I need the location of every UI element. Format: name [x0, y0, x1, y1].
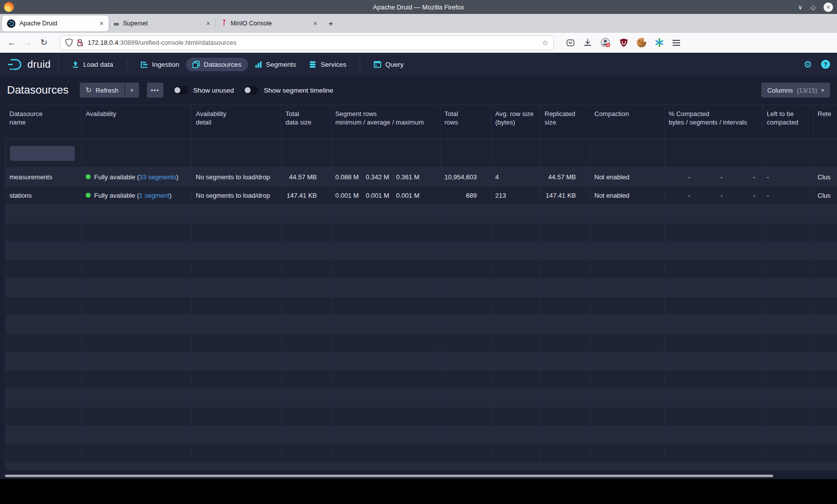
close-icon[interactable]: ×	[824, 2, 833, 12]
empty-cell	[440, 297, 491, 315]
account-container-icon[interactable]	[600, 37, 611, 48]
forward-button[interactable]: →	[20, 38, 36, 48]
menu-hamburger-icon[interactable]	[673, 40, 680, 46]
empty-cell	[440, 444, 491, 462]
empty-cell	[491, 371, 541, 388]
nav-item-services[interactable]: Services	[302, 58, 353, 71]
refresh-button[interactable]: ↻ Refresh	[80, 83, 125, 98]
table-row-measurements[interactable]: measurements Fully available (33 segment…	[5, 168, 837, 186]
empty-cell	[590, 444, 665, 462]
columns-button[interactable]: Columns (13/15) ▾	[761, 83, 830, 98]
col-header-pct-compacted[interactable]: % Compactedbytes / segments / intervals	[665, 105, 763, 138]
filter-cell	[541, 139, 590, 167]
empty-cell	[590, 334, 665, 352]
maximize-icon[interactable]: ◇	[811, 4, 816, 10]
empty-cell	[763, 297, 814, 315]
url-bar[interactable]: 172.18.0.4:30899/unified-console.html#da…	[60, 35, 554, 50]
pocket-icon[interactable]	[566, 38, 575, 47]
col-header-segment-rows[interactable]: Segment rowsminimum / average / maximum	[331, 105, 440, 138]
col-header-availability[interactable]: Availability	[82, 105, 192, 138]
tab-apache-druid[interactable]: Apache Druid ×	[2, 15, 109, 31]
minimize-icon[interactable]: ∨	[798, 4, 803, 10]
horizontal-scrollbar[interactable]	[5, 475, 773, 477]
shield-icon[interactable]	[65, 38, 73, 47]
empty-cell	[82, 278, 192, 296]
tab-close-icon[interactable]: ×	[313, 19, 317, 27]
datasource-name-filter-input[interactable]	[10, 146, 75, 161]
segments-link[interactable]: 1 segment	[139, 192, 169, 199]
empty-cell	[590, 389, 665, 407]
nav-item-segments[interactable]: Segments	[248, 58, 303, 71]
gear-icon[interactable]: ⚙	[804, 59, 812, 70]
compaction-cell[interactable]: Not enabled	[590, 168, 665, 186]
cookie-extension-icon[interactable]	[637, 38, 646, 47]
empty-cell	[331, 463, 440, 471]
show-unused-toggle[interactable]	[173, 86, 188, 94]
col-header-availability-detail[interactable]: Availabilitydetail	[192, 105, 281, 138]
empty-cell	[814, 371, 837, 388]
divider	[127, 59, 127, 70]
available-dot-icon	[86, 174, 91, 179]
empty-cell	[541, 371, 590, 388]
tab-minio-console[interactable]: MinIO Console ×	[216, 15, 322, 31]
retention-cell[interactable]: Clus	[814, 186, 837, 204]
empty-cell	[814, 315, 837, 333]
empty-cell	[814, 426, 837, 444]
col-header-avg-row-size[interactable]: Avg. row size(bytes)	[491, 105, 541, 138]
left-to-be-compacted-cell: -	[763, 186, 814, 204]
browser-window: Apache Druid — Mozilla Firefox ∨ ◇ × Apa…	[0, 0, 837, 479]
datasource-name-cell[interactable]: stations	[5, 186, 82, 204]
empty-cell	[331, 315, 440, 333]
help-icon[interactable]: ?	[821, 60, 830, 69]
col-header-compaction[interactable]: Compaction	[590, 105, 665, 138]
tab-superset[interactable]: ∞ Superset ×	[109, 15, 215, 31]
titlebar: Apache Druid — Mozilla Firefox ∨ ◇ ×	[0, 0, 837, 14]
new-tab-button[interactable]: +	[328, 19, 333, 29]
tab-close-icon[interactable]: ×	[100, 19, 104, 27]
empty-cell	[281, 278, 331, 296]
retention-cell[interactable]: Clus	[814, 168, 837, 186]
table-row-empty	[5, 223, 837, 242]
asterisk-extension-icon[interactable]	[655, 38, 664, 47]
nav-item-label: Query	[385, 61, 404, 68]
empty-cell	[281, 223, 331, 241]
table-row-empty	[5, 407, 837, 426]
lock-insecure-icon[interactable]	[77, 39, 83, 47]
segments-link[interactable]: 33 segments	[139, 173, 176, 181]
filter-cell	[440, 139, 491, 167]
col-header-replicated-size[interactable]: Replicatedsize	[541, 105, 590, 138]
empty-cell	[491, 463, 541, 471]
back-button[interactable]: ←	[4, 38, 20, 48]
empty-cell	[5, 371, 82, 388]
show-segment-timeline-toggle[interactable]	[244, 86, 259, 94]
nav-item-datasources[interactable]: Datasources	[186, 58, 248, 71]
druid-logo[interactable]: druid	[7, 58, 51, 71]
col-header-total-data-size[interactable]: Totaldata size	[281, 105, 331, 138]
table-row-stations[interactable]: stations Fully available (1 segment) No …	[5, 186, 837, 205]
datasource-name-cell[interactable]: measurements	[5, 168, 82, 186]
col-header-left-to-be-compacted[interactable]: Left to becompacted	[763, 105, 814, 138]
downloads-icon[interactable]	[583, 38, 592, 47]
bookmark-star-icon[interactable]: ☆	[542, 38, 549, 47]
compaction-cell[interactable]: Not enabled	[590, 186, 665, 204]
tab-close-icon[interactable]: ×	[206, 19, 210, 27]
nav-item-load-data[interactable]: Load data	[65, 58, 120, 71]
nav-item-query[interactable]: Query	[367, 58, 410, 71]
empty-cell	[491, 205, 541, 223]
ublock-origin-icon[interactable]	[619, 38, 628, 47]
col-header-datasource-name[interactable]: Datasourcename	[5, 105, 82, 138]
reload-button[interactable]: ↻	[36, 37, 52, 48]
more-actions-button[interactable]: •••	[147, 83, 163, 98]
refresh-caret-button[interactable]: ▾	[125, 83, 139, 98]
columns-count: (13/15)	[797, 87, 817, 94]
empty-cell	[440, 242, 491, 259]
empty-cell	[5, 389, 82, 407]
empty-cell	[440, 223, 491, 241]
empty-cell	[440, 315, 491, 333]
nav-item-ingestion[interactable]: Ingestion	[134, 58, 186, 71]
total-data-size-cell: 147.41 KB	[281, 186, 331, 204]
col-header-retention[interactable]: Rete	[814, 105, 837, 138]
empty-cell	[5, 242, 82, 259]
col-header-total-rows[interactable]: Totalrows	[440, 105, 491, 138]
empty-cell	[281, 371, 331, 388]
